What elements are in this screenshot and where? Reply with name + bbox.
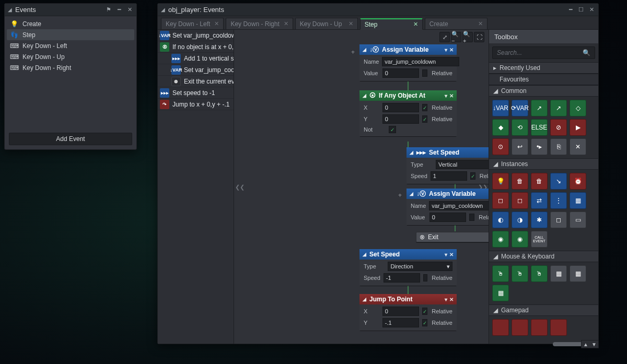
fullscreen-button[interactable]: ⛶ [474, 32, 484, 42]
tab-key-down-left[interactable]: Key Down - Left✕ [161, 18, 224, 29]
section-instances[interactable]: ◢ Instances [489, 158, 598, 170]
toolbox-action[interactable]: ⇄ [531, 192, 548, 209]
type-select[interactable]: Direction▾ [388, 262, 452, 271]
toolbox-action[interactable]: ▦ [570, 192, 586, 209]
action-row[interactable]: ↓VAR Set var_jump_cooldown [158, 30, 234, 41]
toolbox-action[interactable]: ↓VAR [492, 100, 509, 116]
zoom-out-button[interactable]: 🔍− [451, 32, 461, 42]
section-favourites[interactable]: ▸ Favourites [489, 74, 598, 85]
up-arrow-icon[interactable]: ▲ [582, 340, 590, 348]
toolbox-action[interactable]: 💡 [492, 173, 509, 190]
name-input[interactable] [429, 201, 489, 210]
toolbox-action[interactable]: 🖱 [512, 265, 528, 282]
toolbox-action[interactable]: ▭ [570, 212, 586, 228]
toolbox-action[interactable]: ◻ [492, 192, 509, 209]
close-icon[interactable]: ✕ [449, 47, 454, 53]
relative-checkbox[interactable]: ✓ [470, 172, 475, 180]
close-icon[interactable]: ✕ [284, 20, 288, 27]
collapse-icon[interactable]: ◢ [363, 93, 366, 98]
tab-create[interactable]: Create✕ [425, 18, 487, 29]
toolbox-action[interactable]: 🖱 [492, 265, 509, 282]
dropdown-icon[interactable]: ▾ [445, 297, 447, 302]
minimize-icon[interactable]: ━ [115, 6, 123, 14]
toolbox-action[interactable]: ⊘ [550, 119, 567, 136]
obj-panel-titlebar[interactable]: ◢ obj_player: Events ━ ☐ ✕ [158, 4, 598, 16]
toolbox-action[interactable]: ⟳VAR [512, 100, 528, 116]
value-input[interactable] [382, 68, 419, 78]
toolbox-action[interactable]: ◐ [492, 212, 509, 228]
collapse-icon[interactable]: ◢ [363, 47, 366, 52]
section-recently-used[interactable]: ▸ Recently Used [489, 62, 598, 74]
down-arrow-icon[interactable]: ▼ [590, 340, 598, 348]
toolbox-action[interactable]: ▦ [570, 265, 586, 282]
add-above-icon[interactable]: + [398, 192, 402, 199]
section-common[interactable]: ◢ Common [489, 85, 598, 97]
value-input[interactable] [429, 213, 466, 222]
close-icon[interactable]: ✕ [413, 21, 418, 28]
action-row[interactable]: ⊗ Exit the current even [158, 76, 234, 87]
minimize-icon[interactable]: ━ [567, 6, 574, 14]
toolbox-action[interactable]: ↩ [512, 138, 528, 155]
toolbox-action[interactable]: ◉ [512, 231, 528, 248]
toolbox-action[interactable]: 🗑 [512, 173, 528, 190]
toolbox-action[interactable]: ↗ [531, 100, 548, 116]
event-item-key-down-left[interactable]: ⌨ Key Down - Left [7, 40, 134, 51]
toolbox-action[interactable]: ◻ [512, 192, 528, 209]
zoom-in-button[interactable]: 🔍+ [462, 32, 473, 42]
collapse-icon[interactable]: ◢ [363, 297, 366, 302]
block-assign-variable-2[interactable]: ◢ ↓ⓥ Assign Variable ▾✕ Name Value Relat… [407, 189, 489, 225]
close-icon[interactable]: ✕ [478, 20, 483, 27]
maximize-icon[interactable]: ☐ [577, 6, 585, 14]
dropdown-icon[interactable]: ▾ [445, 47, 447, 53]
action-row[interactable]: ↷ Jump to x + 0,y + -.1 [158, 99, 234, 110]
dnd-canvas[interactable]: ⤢ 🔍− 🔍+ ⛶ ❮❮ ❯❯ + ◢ ↓ⓥ Assign Variable [234, 30, 489, 344]
toolbox-action[interactable] [492, 319, 509, 336]
toolbox-action[interactable]: 🗑 [531, 173, 548, 190]
toolbox-action[interactable]: ▦ [550, 265, 567, 282]
collapse-icon[interactable]: ◢ [410, 150, 413, 155]
name-input[interactable] [382, 57, 459, 66]
block-exit[interactable]: ⊗ Exit ✕ [416, 232, 489, 242]
speed-input[interactable] [384, 273, 420, 283]
dropdown-icon[interactable]: ▾ [445, 252, 447, 257]
collapse-icon[interactable]: ◢ [410, 191, 413, 196]
x-input[interactable] [382, 307, 419, 316]
relative-checkbox[interactable] [422, 69, 428, 77]
toolbox-action[interactable]: ⋮ [550, 192, 567, 209]
events-panel-titlebar[interactable]: ◢ Events ⚑ ━ ✕ [5, 4, 136, 16]
event-item-key-down-right[interactable]: ⌨ Key Down - Right [7, 62, 134, 73]
action-row[interactable]: ↓VAR Set var_jump_cooldo [158, 64, 234, 76]
close-icon[interactable]: ✕ [588, 6, 595, 14]
toolbox-action[interactable]: ◻ [550, 212, 567, 228]
toolbox-action[interactable]: ◑ [512, 212, 528, 228]
toolbox-action[interactable]: ◆ [492, 119, 509, 136]
zoom-reset-button[interactable]: ⤢ [439, 32, 450, 42]
toolbox-action[interactable]: ▦ [492, 285, 509, 301]
speed-input[interactable] [431, 171, 467, 181]
section-mouse-keyboard[interactable]: ◢ Mouse & Keyboard [489, 251, 598, 262]
expand-left-icon[interactable]: ❮❮ [235, 183, 245, 190]
event-item-create[interactable]: 💡 Create [7, 18, 134, 29]
action-row[interactable]: ▸▸▸ Add 1 to vertical spe [158, 53, 234, 64]
horizontal-scrollbar[interactable] [157, 341, 599, 347]
toolbox-action[interactable] [550, 319, 567, 336]
toolbox-action[interactable]: ELSE [531, 119, 548, 136]
toolbox-search[interactable]: 🔍 [492, 46, 595, 59]
y-input[interactable] [382, 318, 419, 327]
y-relative-checkbox[interactable]: ✓ [422, 115, 428, 123]
search-input[interactable] [497, 49, 583, 56]
x-relative-checkbox[interactable]: ✓ [422, 104, 428, 111]
tab-key-down-right[interactable]: Key Down - Right✕ [226, 18, 293, 29]
close-icon[interactable]: ✕ [214, 20, 219, 27]
toolbox-action[interactable]: ▶ [570, 119, 586, 136]
close-icon[interactable]: ✕ [449, 297, 454, 302]
close-icon[interactable]: ✕ [126, 6, 133, 14]
section-gamepad[interactable]: ◢ Gamepad [489, 304, 598, 316]
close-icon[interactable]: ✕ [349, 20, 353, 27]
toolbox-action[interactable]: •▸ [531, 138, 548, 155]
relative-checkbox[interactable] [423, 274, 427, 281]
add-above-icon[interactable]: + [351, 49, 355, 56]
toolbox-action[interactable]: ◇ [570, 100, 586, 116]
toolbox-action[interactable]: 🖱 [531, 265, 548, 282]
panel-resize-arrows[interactable]: ▲ ▼ [581, 340, 599, 348]
